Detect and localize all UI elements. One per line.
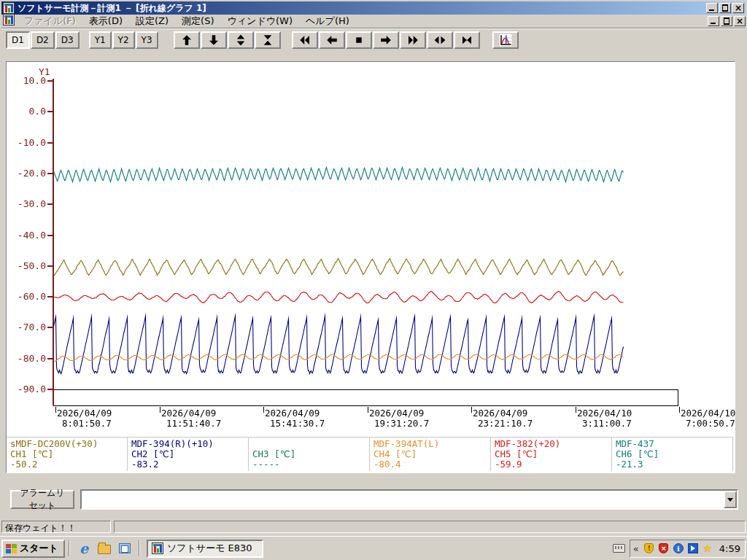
taskbar-clock[interactable]: 4:59 bbox=[719, 543, 740, 554]
toolbar-step-left-button[interactable] bbox=[319, 31, 345, 49]
minimize-button[interactable] bbox=[706, 3, 718, 13]
status-panel-2 bbox=[114, 521, 746, 533]
y-tick-label: -50.0 bbox=[7, 260, 46, 271]
menu-measure[interactable]: 測定(S) bbox=[175, 14, 220, 28]
toolbar-expand-horizontal-button[interactable] bbox=[427, 31, 453, 49]
show-desktop-icon bbox=[119, 543, 131, 553]
media-play-icon bbox=[688, 543, 698, 553]
legend-cell-ch1[interactable]: sMDF-DC200V(+30)CH1 [℃]-50.2 bbox=[7, 438, 128, 471]
child-restore-button[interactable] bbox=[721, 16, 732, 26]
legend-current-value: -21.3 bbox=[616, 459, 732, 470]
x-tick-label: 2026/04/103:11:00.7 bbox=[577, 408, 632, 429]
legend-current-value: -80.4 bbox=[374, 459, 490, 470]
step-left-icon bbox=[325, 34, 339, 47]
tray-info-balloon-icon[interactable]: i bbox=[673, 542, 684, 554]
title-bar: ソフトサーモ計測－計測1 － [折れ線グラフ 1] × bbox=[1, 1, 746, 15]
toolbar-stop-button[interactable] bbox=[346, 31, 372, 49]
toolbar-collapse-vertical-button[interactable] bbox=[255, 31, 281, 49]
restore-button[interactable] bbox=[719, 3, 731, 13]
legend-series-name: MDF-437 bbox=[616, 439, 732, 449]
start-button[interactable]: スタート bbox=[1, 540, 65, 558]
y-tick-label: -40.0 bbox=[7, 230, 46, 241]
taskbar: スタート e ソフトサーモ E830 « !×i★ 4:59 bbox=[0, 536, 747, 560]
toolbar-step-right-button[interactable] bbox=[373, 31, 399, 49]
chevron-down-icon bbox=[727, 498, 733, 502]
child-window-icon[interactable] bbox=[3, 14, 15, 28]
toolbar-down-arrow-button[interactable] bbox=[201, 31, 227, 49]
ie-icon: e bbox=[80, 542, 88, 555]
toolbar-y1-button[interactable]: Y1 bbox=[89, 31, 112, 49]
tray-security-shield-icon[interactable]: × bbox=[658, 542, 670, 554]
desktop: ソフトサーモ計測－計測1 － [折れ線グラフ 1] × ファイル(F)表示(D)… bbox=[0, 0, 747, 560]
y-tick-label: -70.0 bbox=[7, 322, 46, 332]
toolbar-fast-forward-button[interactable] bbox=[400, 31, 426, 49]
menu-help[interactable]: ヘルプ(H) bbox=[299, 14, 356, 28]
security-shield-icon: × bbox=[659, 543, 668, 553]
x-tick-date: 2026/04/09 bbox=[369, 408, 429, 419]
alarm-reset-button[interactable]: アラームリセット bbox=[10, 490, 74, 509]
x-tick-date: 2026/04/09 bbox=[57, 408, 112, 419]
app-chart-icon bbox=[3, 2, 15, 14]
y-tick-label: -30.0 bbox=[7, 198, 46, 209]
quicklaunch-folder-icon[interactable] bbox=[96, 540, 112, 556]
toolbar-d2-button[interactable]: D2 bbox=[31, 31, 55, 49]
toolbar-d1-button[interactable]: D1 bbox=[6, 31, 30, 49]
legend-cell-ch3[interactable]: CH3 [℃]----- bbox=[249, 438, 370, 471]
quicklaunch-ie-icon[interactable]: e bbox=[76, 540, 92, 556]
app-chart-icon bbox=[3, 14, 15, 26]
toolbar-up-arrow-button[interactable] bbox=[174, 31, 200, 49]
menu-bar: ファイル(F)表示(D)設定(Z)測定(S)ウィンドウ(W)ヘルプ(H) × bbox=[1, 15, 746, 28]
task-button-softthermo[interactable]: ソフトサーモ E830 bbox=[147, 540, 263, 558]
menu-settings[interactable]: 設定(Z) bbox=[129, 14, 175, 28]
x-tick-label: 2026/04/0915:41:30.7 bbox=[265, 408, 325, 429]
window-title: ソフトサーモ計測－計測1 － [折れ線グラフ 1] bbox=[18, 2, 705, 15]
legend-series-name: MDF-394AT(L) bbox=[374, 439, 490, 449]
close-button[interactable]: × bbox=[732, 3, 744, 13]
toolbar-y3-button[interactable]: Y3 bbox=[136, 31, 158, 49]
menu-view[interactable]: 表示(D) bbox=[82, 14, 129, 28]
quicklaunch-show-desktop-icon[interactable] bbox=[117, 540, 133, 556]
taskbar-divider bbox=[139, 540, 140, 556]
toolbar-y2-button[interactable]: Y2 bbox=[112, 31, 135, 49]
tray-star-icon[interactable]: ★ bbox=[702, 542, 713, 554]
y-tick-label: -80.0 bbox=[7, 353, 46, 364]
child-close-button[interactable]: × bbox=[734, 16, 746, 26]
alarm-combobox[interactable] bbox=[80, 489, 738, 510]
alarm-combobox-dropdown-button[interactable] bbox=[724, 491, 737, 508]
fast-forward-icon bbox=[406, 34, 420, 47]
menu-file[interactable]: ファイル(F) bbox=[18, 14, 82, 28]
task-button-label: ソフトサーモ E830 bbox=[167, 542, 252, 555]
x-tick-time: 8:01:50.7 bbox=[62, 419, 112, 429]
start-button-label: スタート bbox=[20, 542, 58, 555]
tray-media-play-icon[interactable] bbox=[687, 542, 699, 554]
menu-window[interactable]: ウィンドウ(W) bbox=[220, 14, 299, 28]
legend-cell-ch6[interactable]: MDF-437CH6 [℃]-21.3 bbox=[612, 438, 733, 471]
stop-icon bbox=[352, 34, 366, 47]
collapse-chevron-icon[interactable]: « bbox=[633, 543, 639, 554]
collapse-vertical-icon bbox=[260, 34, 275, 47]
system-tray: « !×i★ 4:59 bbox=[630, 540, 746, 558]
restore-icon bbox=[722, 5, 728, 11]
toolbar-collapse-horizontal-button[interactable] bbox=[454, 31, 480, 49]
legend-cell-ch4[interactable]: MDF-394AT(L)CH4 [℃]-80.4 bbox=[370, 438, 491, 471]
child-minimize-button[interactable] bbox=[708, 16, 719, 26]
legend-cell-ch5[interactable]: MDF-382(+20)CH5 [℃]-59.9 bbox=[491, 438, 612, 471]
toolbar-d3-button[interactable]: D3 bbox=[55, 31, 80, 49]
x-tick-time: 11:51:40.7 bbox=[166, 419, 221, 429]
tray-alert-shield-icon[interactable]: ! bbox=[643, 542, 655, 554]
y-tick-label: -60.0 bbox=[7, 291, 46, 302]
keyboard-layout-icon[interactable] bbox=[613, 544, 625, 553]
legend-current-value: -83.2 bbox=[131, 459, 248, 470]
alarm-combobox-value[interactable] bbox=[82, 491, 724, 508]
x-tick-label: 2026/04/107:00:50.7 bbox=[681, 408, 735, 429]
legend-channel-label: CH3 [℃] bbox=[252, 449, 369, 459]
legend-cell-ch2[interactable]: MDF-394(R)(+10)CH2 [℃]-83.2 bbox=[128, 438, 249, 471]
x-tick-label: 2026/04/0911:51:40.7 bbox=[161, 408, 221, 429]
toolbar-fast-rewind-button[interactable] bbox=[292, 31, 318, 49]
toolbar: D1D2D3Y1Y2Y3 bbox=[1, 29, 746, 51]
x-tick-date: 2026/04/10 bbox=[681, 408, 735, 419]
taskbar-divider bbox=[69, 540, 70, 556]
legend-series-name: MDF-382(+20) bbox=[495, 439, 611, 449]
toolbar-expand-vertical-button[interactable] bbox=[228, 31, 254, 49]
toolbar-graph-settings-button[interactable] bbox=[492, 31, 519, 49]
